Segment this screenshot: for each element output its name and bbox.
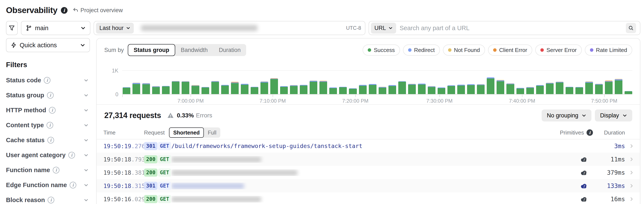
legend-item-rate-limited[interactable]: Rate Limited xyxy=(585,45,632,56)
chart-bar[interactable] xyxy=(576,87,583,94)
sum-by-tab-bandwidth[interactable]: Bandwidth xyxy=(175,44,213,56)
search-scope-selector[interactable]: URL xyxy=(371,23,396,34)
chart-bar[interactable] xyxy=(428,86,436,94)
chart-bar[interactable] xyxy=(438,87,445,94)
chart-bar[interactable] xyxy=(339,87,347,94)
legend-item-success[interactable]: Success xyxy=(362,45,400,56)
chart-bar[interactable] xyxy=(566,87,573,94)
chart-bar[interactable] xyxy=(408,84,416,94)
time-range-input[interactable]: Last hour UTC-8 xyxy=(94,21,365,35)
request-format-full[interactable]: Full xyxy=(204,127,220,138)
chart-bar[interactable] xyxy=(182,81,189,94)
chart-bar[interactable] xyxy=(132,83,140,94)
filter-item-http-method[interactable]: HTTP methodi xyxy=(6,103,92,118)
chart-bar[interactable] xyxy=(142,83,150,94)
chart-bar[interactable] xyxy=(516,88,524,94)
table-row[interactable]: 19:50:18.315301GETf133ms xyxy=(96,179,640,192)
chart-bar[interactable] xyxy=(162,86,170,94)
filter-item-block-reason[interactable]: Block reasoni xyxy=(6,192,92,204)
chart-bar[interactable] xyxy=(202,87,209,94)
info-icon[interactable]: i xyxy=(68,152,75,158)
chart-bar[interactable] xyxy=(605,81,612,94)
info-icon[interactable]: i xyxy=(44,77,50,84)
info-icon[interactable]: i xyxy=(46,122,53,128)
chevron-right-icon[interactable] xyxy=(625,156,634,162)
info-icon[interactable]: i xyxy=(53,167,60,173)
info-icon[interactable]: i xyxy=(49,107,56,114)
chevron-right-icon[interactable] xyxy=(625,170,634,175)
chart-bar[interactable] xyxy=(615,79,622,94)
chart-bar[interactable] xyxy=(251,87,258,94)
chart-plot-area[interactable]: 1K07:00:00 PM7:10:00 PM7:20:00 PM7:30:00… xyxy=(122,62,632,95)
table-row[interactable]: 19:50:19.276301GET/build/frameworks/fram… xyxy=(96,139,640,153)
chart-bar[interactable] xyxy=(487,77,494,94)
chart-bar[interactable] xyxy=(595,84,603,94)
info-icon[interactable]: i xyxy=(70,182,76,188)
chart-bar[interactable] xyxy=(546,83,554,94)
filter-item-status-code[interactable]: Status codei xyxy=(6,73,92,88)
info-icon[interactable]: i xyxy=(48,137,54,143)
grouping-dropdown[interactable]: No grouping xyxy=(542,109,592,121)
quick-actions-button[interactable]: Quick actions xyxy=(6,38,90,52)
filter-item-cache-status[interactable]: Cache statusi xyxy=(6,133,92,147)
primitives-info-icon[interactable]: i xyxy=(586,129,593,136)
filter-item-user-agent-category[interactable]: User agent categoryi xyxy=(6,147,92,162)
chart-bar[interactable] xyxy=(398,81,406,94)
chart-bar[interactable] xyxy=(457,85,465,94)
filter-item-edge-function-name[interactable]: Edge Function namei xyxy=(6,177,92,192)
sum-by-tab-duration[interactable]: Duration xyxy=(213,44,246,56)
chart-bar[interactable] xyxy=(123,87,130,94)
chevron-right-icon[interactable] xyxy=(625,196,634,202)
filter-item-content-type[interactable]: Content typei xyxy=(6,118,92,133)
info-icon[interactable]: i xyxy=(48,197,54,203)
search-button[interactable] xyxy=(626,23,636,33)
chart-bar[interactable] xyxy=(585,81,593,94)
sum-by-tab-status-group[interactable]: Status group xyxy=(128,44,176,56)
chart-bar[interactable] xyxy=(152,86,160,94)
chevron-right-icon[interactable] xyxy=(625,143,634,149)
legend-item-not-found[interactable]: Not Found xyxy=(443,45,485,56)
filter-item-status-group[interactable]: Status groupi xyxy=(6,88,92,103)
filter-funnel-button[interactable] xyxy=(6,21,18,35)
chart-bar[interactable] xyxy=(241,84,248,94)
chart-bar[interactable] xyxy=(231,82,239,94)
filter-item-function-name[interactable]: Function namei xyxy=(6,162,92,177)
chart-bar[interactable] xyxy=(329,87,337,94)
chart-bar[interactable] xyxy=(280,86,288,94)
chart-bar[interactable] xyxy=(260,81,268,94)
chart-bar[interactable] xyxy=(211,81,219,94)
chart-bar[interactable] xyxy=(320,81,327,94)
breadcrumb[interactable]: Project overview xyxy=(73,7,123,14)
chart-bar[interactable] xyxy=(388,85,396,94)
request-format-shortened[interactable]: Shortened xyxy=(169,127,204,138)
chevron-right-icon[interactable] xyxy=(625,183,634,188)
search-input[interactable] xyxy=(400,25,623,32)
chart-bar[interactable] xyxy=(369,84,376,94)
chart-bar[interactable] xyxy=(192,85,199,94)
search-bar[interactable]: URL xyxy=(368,21,640,35)
legend-item-redirect[interactable]: Redirect xyxy=(403,45,440,56)
chart-bar[interactable] xyxy=(359,85,367,94)
chart-bar[interactable] xyxy=(310,81,317,94)
chart-bar[interactable] xyxy=(418,84,426,94)
chart-bar[interactable] xyxy=(556,82,564,94)
chart-bar[interactable] xyxy=(300,85,308,94)
chart-bar[interactable] xyxy=(172,81,180,94)
chart-bar[interactable] xyxy=(506,83,514,94)
chart-bar[interactable] xyxy=(221,85,229,94)
table-row[interactable]: 19:50:16.029200GETf16ms xyxy=(96,192,640,204)
legend-item-server-error[interactable]: Server Error xyxy=(535,45,582,56)
table-row[interactable]: 19:50:18.381200GETf379ms xyxy=(96,166,640,179)
branch-selector[interactable]: main xyxy=(21,21,90,35)
chart-bar[interactable] xyxy=(536,85,544,94)
chart-bar[interactable] xyxy=(496,80,504,94)
info-icon[interactable]: i xyxy=(47,92,54,99)
chart-bar[interactable] xyxy=(467,84,475,94)
info-icon[interactable]: i xyxy=(61,7,68,14)
chart-bar[interactable] xyxy=(477,84,484,94)
chart-bar[interactable] xyxy=(290,85,298,94)
chart-bar[interactable] xyxy=(378,87,386,94)
chart-bar[interactable] xyxy=(448,85,455,94)
time-range-preset[interactable]: Last hour xyxy=(96,23,134,34)
display-dropdown[interactable]: Display xyxy=(595,109,632,121)
